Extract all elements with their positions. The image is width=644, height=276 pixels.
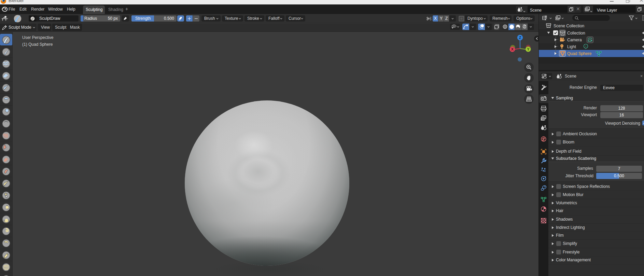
svg-text:X: X	[511, 47, 514, 51]
svg-text:Y: Y	[527, 47, 530, 51]
svg-text:Z: Z	[519, 36, 521, 40]
